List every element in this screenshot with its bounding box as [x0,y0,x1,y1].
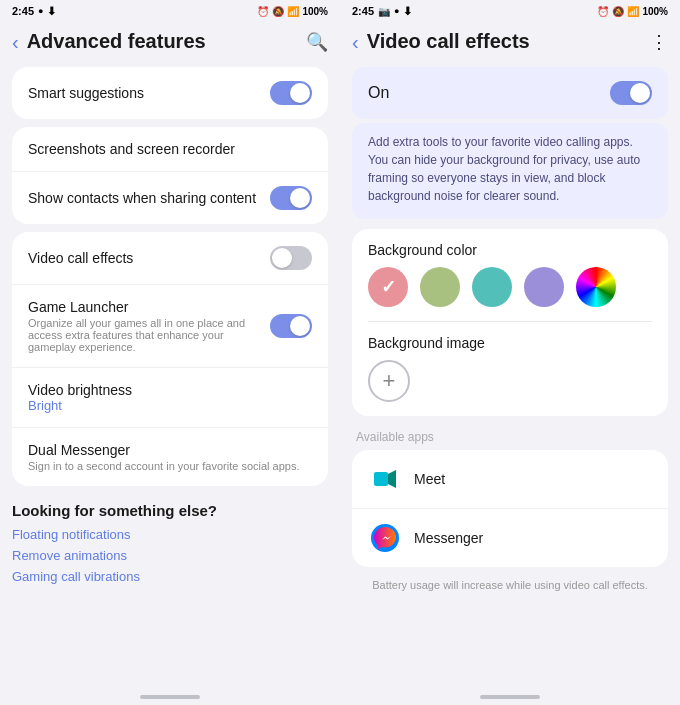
video-effects-card: Video call effects Game Launcher Organiz… [12,232,328,486]
photo-icon: 📷 [378,6,390,17]
mute-icon-r: 🔕 [612,6,624,17]
left-panel: 2:45 ● ⬇ ⏰ 🔕 📶 100% ‹ Advanced features … [0,0,340,705]
alarm-icon: ⏰ [257,6,269,17]
on-toggle[interactable] [610,81,652,105]
video-call-effects-row: Video call effects [12,232,328,285]
status-bar-right: 2:45 📷 ● ⬇ ⏰ 🔕 📶 100% [340,0,680,22]
svg-rect-2 [374,472,388,486]
color-purple[interactable] [524,267,564,307]
game-launcher-label: Game Launcher [28,299,262,315]
messenger-row[interactable]: Messenger [352,509,668,567]
color-row [352,259,668,321]
wifi-icon: 📶 [287,6,299,17]
looking-section: Looking for something else? Floating not… [0,490,340,594]
video-brightness-value: Bright [28,398,304,413]
smart-suggestions-row: Smart suggestions [12,67,328,119]
download-icon: ⬇ [47,5,56,18]
show-contacts-toggle[interactable] [270,186,312,210]
available-apps-label: Available apps [340,424,680,446]
bg-color-label: Background color [368,242,477,258]
messenger-label: Messenger [414,530,483,546]
apps-card: Meet [352,450,668,567]
game-launcher-row: Game Launcher Organize all your games al… [12,285,328,368]
video-brightness-label: Video brightness [28,382,304,398]
remove-animations-link[interactable]: Remove animations [12,548,328,563]
smart-suggestions-card: Smart suggestions [12,67,328,119]
video-call-effects-toggle[interactable] [270,246,312,270]
bg-image-section: Background image [352,322,668,352]
time-right: 2:45 [352,5,374,17]
battery-warning: Battery usage will increase while using … [340,571,680,599]
top-bar-right: ‹ Video call effects ⋮ [340,22,680,63]
color-pink[interactable] [368,267,408,307]
page-title-right: Video call effects [367,30,642,53]
bg-image-label: Background image [368,335,485,351]
wifi-icon-r: 📶 [627,6,639,17]
background-color-card: Background color Background image + [352,229,668,416]
looking-title: Looking for something else? [12,502,328,519]
dual-messenger-row[interactable]: Dual Messenger Sign in to a second accou… [12,428,328,486]
time-left: 2:45 [12,5,34,17]
plus-icon: + [383,368,396,394]
smart-suggestions-label: Smart suggestions [28,85,144,101]
game-launcher-toggle[interactable] [270,314,312,338]
show-contacts-label: Show contacts when sharing content [28,190,256,206]
mute-icon: 🔕 [272,6,284,17]
back-button-right[interactable]: ‹ [352,32,359,52]
scroll-indicator-right [480,695,540,699]
description-box: Add extra tools to your favorite video c… [352,123,668,219]
floating-notifications-link[interactable]: Floating notifications [12,527,328,542]
video-brightness-row[interactable]: Video brightness Bright [12,368,328,428]
search-icon-left[interactable]: 🔍 [306,31,328,53]
video-brightness-text: Video brightness Bright [28,382,312,413]
color-teal[interactable] [472,267,512,307]
add-image-button[interactable]: + [368,360,410,402]
more-icon-right[interactable]: ⋮ [650,31,668,53]
game-launcher-sublabel: Organize all your games all in one place… [28,317,262,353]
meet-icon [368,462,402,496]
description-text: Add extra tools to your favorite video c… [368,133,652,205]
on-label: On [368,84,389,102]
dot-icon: ● [38,6,43,16]
top-bar-left: ‹ Advanced features 🔍 [0,22,340,63]
screenshots-row[interactable]: Screenshots and screen recorder [12,127,328,172]
smart-suggestions-toggle[interactable] [270,81,312,105]
messenger-icon [368,521,402,555]
battery-right: 100% [642,6,668,17]
video-call-effects-label: Video call effects [28,250,133,266]
bg-image-row: + [352,352,668,416]
back-button-left[interactable]: ‹ [12,32,19,52]
alarm-icon-r: ⏰ [597,6,609,17]
gaming-call-link[interactable]: Gaming call vibrations [12,569,328,584]
screenshots-label: Screenshots and screen recorder [28,141,235,157]
meet-label: Meet [414,471,445,487]
color-gradient[interactable] [576,267,616,307]
page-title-left: Advanced features [27,30,298,53]
bg-color-section: Background color [352,229,668,259]
meet-row[interactable]: Meet [352,450,668,509]
battery-left: 100% [302,6,328,17]
show-contacts-row: Show contacts when sharing content [12,172,328,224]
dual-messenger-sublabel: Sign in to a second account in your favo… [28,460,304,472]
right-panel: 2:45 📷 ● ⬇ ⏰ 🔕 📶 100% ‹ Video call effec… [340,0,680,705]
on-row: On [352,67,668,119]
dual-messenger-label: Dual Messenger [28,442,304,458]
screenshots-card: Screenshots and screen recorder Show con… [12,127,328,224]
download-icon-r: ⬇ [403,5,412,18]
available-apps-section: Available apps Meet [340,424,680,571]
status-bar-left: 2:45 ● ⬇ ⏰ 🔕 📶 100% [0,0,340,22]
game-launcher-text: Game Launcher Organize all your games al… [28,299,270,353]
scroll-indicator-left [140,695,200,699]
color-green[interactable] [420,267,460,307]
dual-messenger-text: Dual Messenger Sign in to a second accou… [28,442,312,472]
dot-icon-r: ● [394,6,399,16]
